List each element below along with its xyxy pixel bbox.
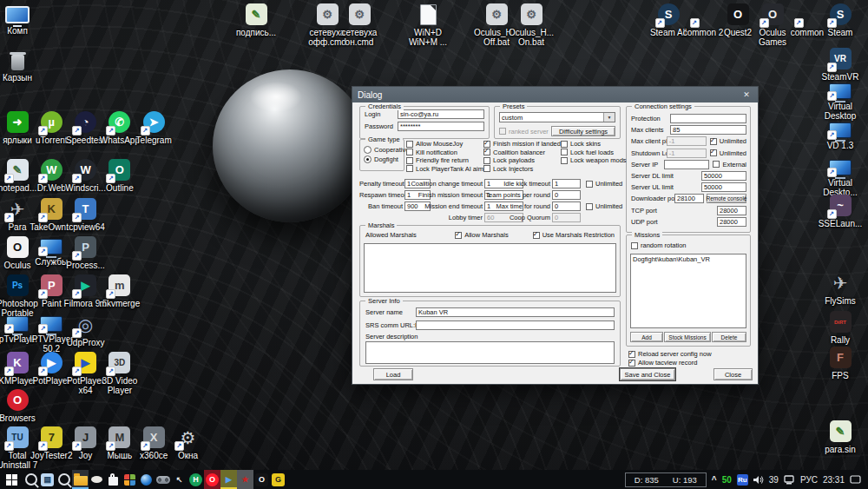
- 3d-video-player[interactable]: 3D↗3D Video Player: [95, 352, 144, 395]
- para-sin[interactable]: ✎para.sin: [816, 420, 865, 454]
- allow-marshals-checkbox[interactable]: Allow Marshals: [455, 231, 508, 239]
- unlimited-checkbox-idle-kick-timeout[interactable]: Unlimited: [586, 180, 622, 188]
- missions-list[interactable]: Dogfight\kuban\Kuban_VR: [630, 254, 746, 328]
- use-marshals-restriction-checkbox[interactable]: Use Marshals Restriction: [533, 231, 615, 239]
- server-dl-limit-input[interactable]: 50000: [701, 171, 746, 181]
- ranked-server-checkbox[interactable]: ranked server: [499, 128, 549, 135]
- server-ul-limit-input[interactable]: 50000: [701, 182, 746, 192]
- srs-url-input[interactable]: [416, 320, 615, 330]
- udpproxy[interactable]: ◎↗UdpProxy: [62, 314, 110, 347]
- checkbox-lock-payloads[interactable]: Lock payloads: [483, 156, 561, 165]
- close-button[interactable]: Close: [713, 368, 753, 380]
- steam[interactable]: S↗Steam: [816, 3, 865, 37]
- mkvmerge[interactable]: m↗mkvmerge: [95, 274, 144, 308]
- network-icon[interactable]: [784, 475, 795, 485]
- taskbar-store[interactable]: [105, 470, 122, 489]
- checkbox-finish-mission-if-landed[interactable]: Finish mission if landed: [483, 140, 561, 149]
- checkbox-kill-notification[interactable]: Kill notification: [406, 149, 483, 157]
- checkbox-lock-playertank-ai-aim[interactable]: Lock PlayerTank AI aim: [406, 165, 483, 174]
- save-and-close-button[interactable]: Save and Close: [620, 368, 675, 380]
- max-clients-input[interactable]: 85: [670, 125, 746, 135]
- taskbar-star-app[interactable]: ★: [237, 470, 253, 489]
- taskbar-opera-gx[interactable]: O: [204, 470, 220, 489]
- taskbar-search[interactable]: [23, 470, 39, 489]
- clock[interactable]: 23:31: [823, 475, 845, 485]
- allow-tacview-record-checkbox[interactable]: Allow tacview record: [628, 359, 697, 367]
- taskbar-h-app[interactable]: H: [187, 470, 204, 489]
- server-description-input[interactable]: [365, 341, 615, 364]
- taskbar-quest2[interactable]: O: [253, 470, 270, 489]
- checkbox-lock-weapon-mods[interactable]: Lock weapon mods: [561, 156, 627, 165]
- taskbar-file-explorer[interactable]: [72, 470, 89, 489]
- sselauncher[interactable]: ~↗SSELaun...: [816, 195, 865, 228]
- checkbox-allow-mousejoy[interactable]: Allow MouseJoy: [406, 140, 483, 149]
- preset-select[interactable]: custom ▼: [499, 112, 615, 122]
- unlimited-checkbox-max-time-for-round[interactable]: Unlimited: [586, 202, 622, 210]
- coop-quorum-input[interactable]: 0: [552, 213, 581, 222]
- start-button[interactable]: [0, 470, 23, 489]
- radio-dogfight[interactable]: Dogfight: [364, 155, 404, 164]
- chevron-down-icon[interactable]: ▼: [603, 113, 615, 122]
- mission-list-item[interactable]: Dogfight\kuban\Kuban_VR: [631, 254, 746, 264]
- tray-chevron-icon[interactable]: ^: [712, 475, 717, 485]
- language-badge[interactable]: Ru: [737, 474, 748, 486]
- network-on-cmd[interactable]: ⚙сетевуха он.cmd: [335, 3, 384, 47]
- checkbox-lock-skins[interactable]: Lock skins: [561, 140, 627, 149]
- password-field[interactable]: ********: [398, 122, 484, 131]
- idle-kick-timeout-input[interactable]: 1: [552, 179, 581, 188]
- taskbar-cursor-app[interactable]: ↖: [171, 470, 187, 489]
- temperature-indicator[interactable]: 50: [722, 475, 732, 485]
- taskbar-everything-search[interactable]: [56, 470, 72, 489]
- unlimited-checkbox-max-client-ping[interactable]: Unlimited: [710, 137, 746, 145]
- login-field[interactable]: sin-co@ya.ru: [398, 109, 484, 119]
- taskbar-mouse-app[interactable]: [89, 470, 105, 489]
- team-points-per-round-input[interactable]: 0: [552, 190, 581, 200]
- external-checkbox-server-ip[interactable]: External: [713, 161, 746, 169]
- tcp-port-input[interactable]: 28000: [717, 206, 746, 215]
- dialog-titlebar[interactable]: Dialog ✕: [352, 87, 758, 102]
- add-button[interactable]: Add: [630, 332, 663, 342]
- fps[interactable]: FFPS: [816, 347, 865, 380]
- notification-icon[interactable]: [850, 475, 861, 485]
- load-button[interactable]: Load: [373, 368, 413, 380]
- server-ip-input[interactable]: [664, 160, 709, 169]
- taskbar-notepad[interactable]: ▤: [39, 470, 56, 489]
- udp-port-input[interactable]: 28000: [717, 217, 746, 227]
- process-explorer[interactable]: P↗Process...: [62, 236, 110, 270]
- reload-server-config-checkbox[interactable]: Reload server config now: [628, 350, 712, 358]
- unlimited-checkbox-shutdown-loads[interactable]: Unlimited: [710, 149, 746, 157]
- max-client-ping-input[interactable]: -1: [667, 136, 707, 146]
- steamvr[interactable]: VR↗SteamVR: [816, 48, 865, 82]
- okna-gear[interactable]: ⚙↗Окна: [164, 426, 213, 460]
- server-name-input[interactable]: Kuban VR: [416, 307, 615, 317]
- taskbar-photos[interactable]: [122, 470, 138, 489]
- virtual-desktop[interactable]: ↗Virtual Desktop: [816, 81, 865, 121]
- taskbar-gog[interactable]: G: [270, 470, 286, 489]
- stock-missions-button[interactable]: Stock Missions: [664, 332, 711, 342]
- flysims[interactable]: ✈FlySims: [816, 272, 865, 306]
- radio-cooperative[interactable]: Cooperative: [364, 145, 404, 155]
- delete-button[interactable]: Delete: [712, 332, 746, 342]
- random-rotation-checkbox[interactable]: random rotation: [631, 241, 750, 249]
- remote-console-button[interactable]: Remote console: [707, 194, 746, 203]
- vd-1-3[interactable]: ↗VD 1.3: [816, 120, 865, 150]
- virtual-desktop-2[interactable]: ↗Virtual Deskto...: [816, 157, 865, 197]
- browsers[interactable]: OBrowsers: [0, 389, 42, 423]
- oculus-home-on-bat[interactable]: ⚙Oculus_H... On.bat: [507, 3, 556, 47]
- language-indicator[interactable]: РУС: [800, 475, 818, 485]
- tcpview64[interactable]: T↗tcpview64: [62, 198, 110, 232]
- recycle-bin[interactable]: Карзын: [0, 51, 42, 83]
- close-icon[interactable]: ✕: [740, 90, 753, 99]
- taskbar-gamepad-app[interactable]: [155, 470, 171, 489]
- shutdown-loads-input[interactable]: -1: [667, 149, 707, 158]
- checkbox-lock-injectors[interactable]: Lock Injectors: [483, 165, 561, 174]
- telegram[interactable]: ➤↗Telegram: [129, 111, 178, 145]
- network-monitor[interactable]: D: 835 U: 193: [625, 472, 707, 487]
- win-shortcuts-doc[interactable]: WiN+D WiN+M ...: [404, 3, 452, 47]
- taskbar-globe-app[interactable]: [138, 470, 155, 489]
- protection-input[interactable]: [670, 114, 746, 123]
- my-computer[interactable]: Комп: [0, 3, 42, 36]
- podpis-file[interactable]: ✎подпись...: [232, 3, 280, 37]
- taskbar-potplayer[interactable]: ▶: [220, 470, 237, 489]
- outline[interactable]: O↗Outline: [95, 159, 144, 193]
